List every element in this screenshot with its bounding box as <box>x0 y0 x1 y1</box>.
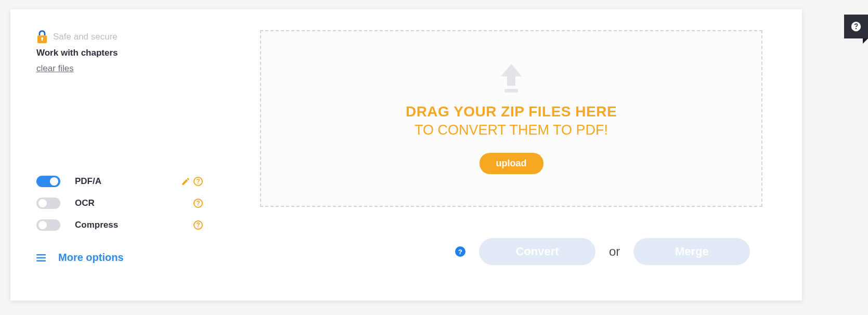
convert-button[interactable]: Convert <box>479 238 595 265</box>
action-row: ? Convert or Merge <box>455 238 750 265</box>
lock-icon <box>36 30 48 44</box>
option-label: Compress <box>75 220 193 230</box>
help-icon <box>850 21 862 32</box>
pencil-icon[interactable] <box>181 177 190 186</box>
option-ocr: OCR ? <box>36 192 203 214</box>
svg-rect-5 <box>36 260 46 261</box>
option-compress: Compress ? <box>36 214 203 236</box>
more-options-label: More options <box>58 252 124 264</box>
more-options-button[interactable]: More options <box>36 252 124 264</box>
secure-row: Safe and secure <box>36 30 203 44</box>
merge-button[interactable]: Merge <box>633 238 750 265</box>
help-icon[interactable]: ? <box>193 220 203 230</box>
toggle-compress[interactable] <box>36 219 60 231</box>
svg-rect-6 <box>504 89 518 93</box>
toggle-ocr[interactable] <box>36 198 60 209</box>
dropzone[interactable]: DRAG YOUR ZIP FILES HERE TO CONVERT THEM… <box>260 30 762 207</box>
main-card: Safe and secure Work with chapters clear… <box>10 9 802 300</box>
option-label: OCR <box>75 198 193 208</box>
option-label: PDF/A <box>75 176 181 187</box>
svg-rect-3 <box>36 254 46 255</box>
svg-rect-2 <box>42 39 43 41</box>
upload-button[interactable]: upload <box>480 153 543 174</box>
or-text: or <box>609 244 620 259</box>
secure-text: Safe and secure <box>53 32 118 42</box>
chapters-text: Work with chapters <box>36 48 203 58</box>
clear-files-link[interactable]: clear files <box>36 63 74 73</box>
menu-icon <box>36 254 46 261</box>
page-help-button[interactable] <box>844 15 868 38</box>
drag-subtitle: TO CONVERT THEM TO PDF! <box>414 121 608 139</box>
help-icon[interactable]: ? <box>193 199 203 208</box>
svg-rect-4 <box>36 257 46 258</box>
left-column: Safe and secure Work with chapters clear… <box>36 30 203 74</box>
toggle-pdfa[interactable] <box>36 176 60 187</box>
help-icon[interactable]: ? <box>455 246 465 257</box>
help-icon[interactable]: ? <box>193 177 203 186</box>
upload-icon <box>498 63 524 94</box>
drag-title: DRAG YOUR ZIP FILES HERE <box>406 102 617 121</box>
option-pdfa: PDF/A ? <box>36 170 203 192</box>
options-panel: PDF/A ? OCR ? Compress ? <box>36 170 203 236</box>
